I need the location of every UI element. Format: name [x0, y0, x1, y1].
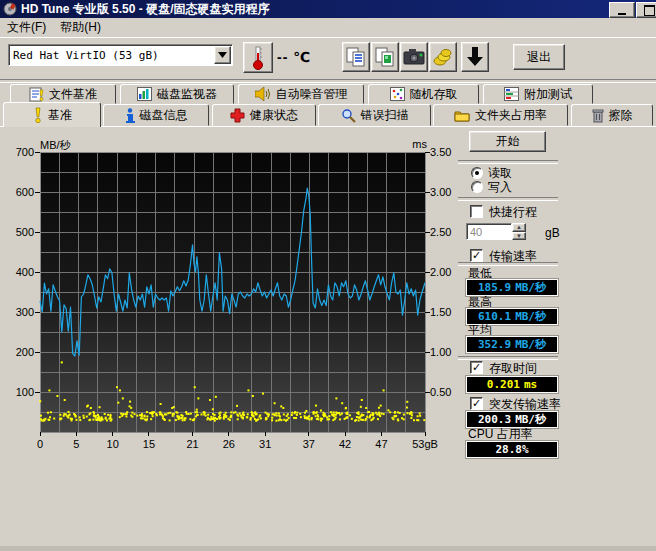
drive-select-dropdown-button[interactable] [214, 46, 231, 64]
tab-label: 文件夹占用率 [475, 107, 547, 124]
tab-label: 健康状态 [250, 107, 298, 124]
axis-tick-label: 15 [131, 438, 167, 450]
axis-tick-label: 26 [211, 438, 247, 450]
write-radio[interactable] [471, 181, 483, 193]
magnifier-icon [341, 108, 356, 123]
maximize-button[interactable] [636, 2, 656, 18]
short-stroke-checkbox[interactable] [470, 205, 483, 218]
temperature-value: -- [277, 49, 288, 65]
save-results-button[interactable] [461, 42, 489, 72]
tab-extra-tests[interactable]: 附加测试 [483, 84, 593, 104]
read-radio[interactable] [471, 167, 483, 179]
right-axis-unit: ms [400, 138, 427, 150]
window-title: HD Tune 专业版 5.50 - 硬盘/固态硬盘实用程序 [21, 1, 269, 18]
copy-image-button[interactable] [371, 42, 399, 72]
exit-button[interactable]: 退出 [513, 44, 565, 70]
menu-file[interactable]: 文件(F) [0, 17, 53, 38]
copy-report-button[interactable] [342, 42, 370, 72]
trash-icon [592, 108, 604, 123]
folder-icon [454, 109, 470, 122]
random-access-icon [390, 87, 405, 101]
tab-label: 随机存取 [410, 86, 458, 103]
axis-tick-label: 3.00 [430, 186, 460, 198]
access-time-value: 0.201 [487, 378, 520, 391]
tab-label: 基准 [48, 107, 72, 124]
axis-tick-label: 600 [8, 186, 34, 198]
axis-tick-label: 300 [8, 306, 34, 318]
tab-error-scan[interactable]: 错误扫描 [318, 104, 431, 126]
tab-random-access[interactable]: 随机存取 [368, 84, 479, 104]
avg-value-display: 352.9 MB/秒 [466, 336, 558, 353]
exclamation-icon [32, 107, 43, 123]
axis-tick-label: 100 [8, 386, 34, 398]
disk-monitor-icon [137, 87, 152, 101]
tab-erase[interactable]: 擦除 [571, 104, 653, 126]
tab-file-benchmark[interactable]: 文件基准 [10, 84, 116, 104]
access-time-checkbox[interactable]: ✓ [470, 361, 483, 374]
start-button-label: 开始 [496, 133, 520, 150]
health-cross-icon [230, 108, 245, 123]
tab-label: 错误扫描 [361, 107, 409, 124]
axis-tick-label: 47 [363, 438, 399, 450]
axis-tick-label: 37 [291, 438, 327, 450]
window-bottom-edge [0, 546, 656, 551]
screenshot-camera-icon [403, 48, 425, 66]
minimize-button[interactable] [609, 2, 635, 18]
drive-select-value: Red Hat VirtIO (53 gB) [9, 49, 214, 62]
stepper-up-icon[interactable]: ▲ [512, 223, 526, 232]
menu-help[interactable]: 帮助(H) [53, 17, 108, 38]
axis-tick-label: 400 [8, 266, 34, 278]
start-button[interactable]: 开始 [469, 131, 546, 152]
axis-tick-label: 200 [8, 346, 34, 358]
short-stroke-label: 快捷行程 [489, 204, 537, 221]
access-time-label: 存取时间 [489, 360, 537, 377]
tab-benchmark[interactable]: 基准 [3, 102, 101, 127]
chevron-down-icon [218, 52, 227, 58]
tab-disk-info[interactable]: 磁盘信息 [103, 104, 209, 126]
burst-rate-value: 200.3 [478, 413, 511, 426]
capacity-input[interactable]: 40 [466, 223, 512, 240]
capacity-stepper[interactable]: ▲ ▼ [512, 223, 526, 240]
axis-tick-label: 700 [8, 146, 34, 158]
axis-tick-label: 5 [58, 438, 94, 450]
axis-tick-label: 3.50 [430, 146, 460, 158]
axis-tick-label: 0 [22, 438, 58, 450]
tab-health[interactable]: 健康状态 [212, 104, 316, 126]
toolbar-separator [0, 79, 656, 83]
min-unit: MB/秒 [515, 280, 546, 295]
capacity-unit-label: gB [545, 226, 560, 240]
burst-rate-checkbox[interactable]: ✓ [470, 397, 483, 410]
axis-tick-label: 1.00 [430, 346, 460, 358]
avg-unit: MB/秒 [515, 337, 546, 352]
screenshot-button[interactable] [400, 42, 428, 72]
temperature-button[interactable] [243, 42, 273, 73]
transfer-rate-checkbox[interactable]: ✓ [470, 249, 483, 262]
cpu-usage-value: 28.8% [495, 443, 528, 456]
tab-label: 自动噪音管理 [276, 86, 348, 103]
minimize-icon [618, 13, 626, 15]
stepper-down-icon[interactable]: ▼ [512, 232, 526, 241]
tab-disk-monitor[interactable]: 磁盘监视器 [120, 84, 234, 104]
tab-aam[interactable]: 自动噪音管理 [238, 84, 364, 104]
axis-tick-label: 1.50 [430, 306, 460, 318]
axis-tick-label: 42 [327, 438, 363, 450]
burst-rate-unit: MB/秒 [515, 412, 546, 427]
purchase-button[interactable] [429, 42, 457, 72]
info-icon [125, 108, 135, 123]
check-icon: ✓ [472, 361, 481, 373]
axis-tick-label: 0.50 [430, 386, 460, 398]
tab-folder-usage[interactable]: 文件夹占用率 [433, 104, 568, 126]
drive-select[interactable]: Red Hat VirtIO (53 gB) [8, 44, 233, 66]
temperature-readout: -- ℃ [277, 49, 311, 65]
write-radio-label: 写入 [488, 179, 512, 196]
file-benchmark-icon [29, 87, 44, 102]
axis-tick-label: 21 [175, 438, 211, 450]
access-time-display: 0.201 ms [466, 376, 558, 393]
axis-tick-label: 2.50 [430, 226, 460, 238]
tab-label: 磁盘信息 [140, 107, 188, 124]
avg-value: 352.9 [478, 338, 511, 351]
title-bar[interactable]: HD Tune 专业版 5.50 - 硬盘/固态硬盘实用程序 [0, 0, 656, 18]
tab-label: 擦除 [609, 107, 633, 124]
copy-image-icon [375, 47, 395, 67]
min-value: 185.9 [478, 281, 511, 294]
